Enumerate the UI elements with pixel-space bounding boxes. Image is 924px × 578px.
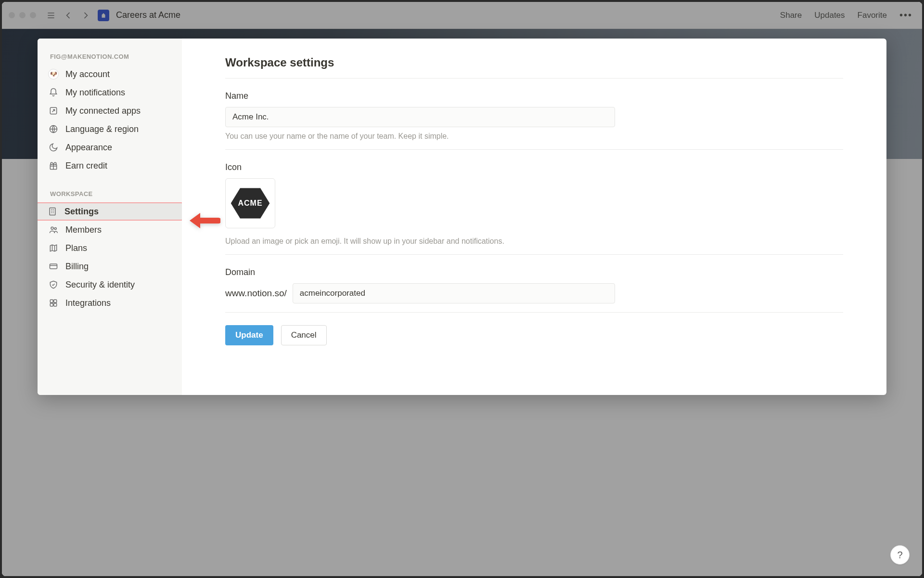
external-link-icon [48, 105, 59, 116]
settings-title: Workspace settings [225, 56, 843, 69]
sidebar-item-appearance[interactable]: Appearance [38, 138, 182, 157]
sidebar-item-earn-credit[interactable]: Earn credit [38, 157, 182, 175]
sidebar-item-label: Appearance [65, 143, 112, 153]
sidebar-item-integrations[interactable]: Integrations [38, 294, 182, 312]
sidebar-item-label: My connected apps [65, 106, 141, 116]
workspace-name-input[interactable] [225, 107, 615, 127]
svg-rect-10 [54, 303, 57, 306]
help-button[interactable]: ? [890, 545, 910, 565]
sidebar-item-label: My account [65, 69, 110, 79]
divider [225, 78, 843, 79]
divider [225, 312, 843, 313]
sidebar-item-my-notifications[interactable]: My notifications [38, 83, 182, 102]
sidebar-item-label: Security & identity [65, 280, 135, 290]
globe-icon [48, 124, 59, 134]
sidebar-item-connected-apps[interactable]: My connected apps [38, 102, 182, 120]
svg-rect-6 [50, 264, 57, 269]
divider [225, 254, 843, 255]
sidebar-item-plans[interactable]: Plans [38, 239, 182, 257]
sidebar-item-security-identity[interactable]: Security & identity [38, 276, 182, 294]
sidebar-item-label: Language & region [65, 124, 139, 134]
icon-hint: Upload an image or pick an emoji. It wil… [225, 237, 843, 246]
sidebar-item-billing[interactable]: Billing [38, 257, 182, 276]
sidebar-item-label: Members [65, 225, 102, 235]
update-button[interactable]: Update [225, 325, 273, 345]
building-icon [47, 206, 58, 217]
icon-label: Icon [225, 162, 843, 172]
sidebar-item-label: Plans [65, 243, 87, 253]
sidebar-item-label: Earn credit [65, 161, 107, 171]
svg-rect-8 [54, 300, 57, 302]
workspace-icon-picker[interactable]: ACME [225, 178, 275, 228]
shield-icon [48, 279, 59, 290]
grid-icon [48, 298, 59, 308]
moon-icon [48, 142, 59, 153]
svg-rect-3 [50, 208, 55, 215]
acme-logo-icon: ACME [230, 186, 270, 220]
settings-sidebar: FIG@MAKENOTION.COM 🐶 My account My notif… [38, 39, 182, 395]
people-icon [48, 224, 59, 235]
sidebar-item-label: Integrations [65, 298, 111, 308]
sidebar-item-label: My notifications [65, 88, 125, 98]
sidebar-item-label: Settings [64, 207, 99, 217]
svg-rect-7 [50, 300, 53, 302]
name-hint: You can use your name or the name of you… [225, 132, 843, 141]
name-label: Name [225, 91, 843, 101]
settings-content: Workspace settings Name You can use your… [182, 39, 886, 395]
sidebar-item-label: Billing [65, 262, 89, 272]
svg-rect-9 [50, 303, 53, 306]
domain-prefix: www.notion.so/ [225, 288, 287, 299]
cancel-button[interactable]: Cancel [281, 325, 327, 345]
map-icon [48, 243, 59, 253]
settings-modal: FIG@MAKENOTION.COM 🐶 My account My notif… [38, 39, 886, 395]
sidebar-heading-workspace: WORKSPACE [38, 187, 182, 202]
divider [225, 149, 843, 150]
sidebar-item-members[interactable]: Members [38, 221, 182, 239]
sidebar-item-my-account[interactable]: 🐶 My account [38, 65, 182, 83]
svg-point-4 [51, 227, 53, 229]
sidebar-item-language-region[interactable]: Language & region [38, 120, 182, 138]
help-icon: ? [897, 550, 902, 561]
sidebar-item-settings[interactable]: Settings [38, 202, 182, 221]
bell-icon [48, 87, 59, 98]
gift-icon [48, 160, 59, 171]
avatar-icon: 🐶 [48, 69, 59, 79]
domain-label: Domain [225, 267, 843, 277]
svg-point-5 [54, 227, 56, 229]
credit-card-icon [48, 261, 59, 272]
sidebar-heading-account: FIG@MAKENOTION.COM [38, 50, 182, 65]
app-window: Careers at Acme Share Updates Favorite •… [2, 2, 922, 576]
workspace-domain-input[interactable] [293, 283, 615, 303]
